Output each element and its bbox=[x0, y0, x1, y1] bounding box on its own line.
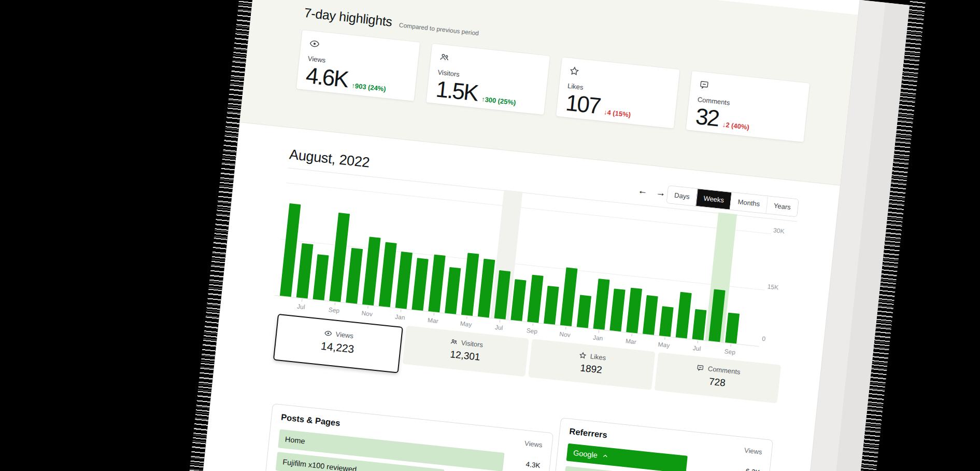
summary-tab-value: 14,223 bbox=[320, 340, 354, 356]
stat-value: 107 bbox=[564, 91, 601, 118]
chart-bar[interactable] bbox=[395, 252, 413, 309]
likes-highlight-card: Likes 107 ↓4 (15%) bbox=[556, 57, 680, 128]
chart-bar[interactable] bbox=[461, 253, 479, 316]
views-highlight-card: Views 4.6K ↑903 (24%) bbox=[296, 30, 420, 101]
x-axis-tick bbox=[532, 323, 533, 326]
referrers-title: Referrers bbox=[569, 426, 608, 440]
eye-icon bbox=[309, 38, 320, 49]
screenshot-viewport: 7-day highlights Compared to previous pe… bbox=[0, 0, 980, 471]
stat-value: 1.5K bbox=[435, 77, 479, 105]
chart-bar[interactable] bbox=[676, 292, 692, 339]
y-tick-30k: 30K bbox=[773, 227, 785, 235]
chart-bar[interactable] bbox=[346, 248, 363, 304]
previous-period-button[interactable]: ← bbox=[636, 184, 649, 197]
x-axis-label: Sep bbox=[526, 327, 538, 335]
referrer-label: Google bbox=[573, 444, 599, 464]
x-axis-label: Sep bbox=[328, 306, 340, 314]
x-axis-tick bbox=[401, 310, 402, 312]
comment-icon bbox=[696, 364, 704, 372]
stat-trend: ↓2 (40%) bbox=[722, 120, 749, 131]
x-axis-label: Jan bbox=[592, 334, 603, 342]
summary-tab-visitors[interactable]: Visitors 12,301 bbox=[402, 326, 529, 377]
stat-value: 4.6K bbox=[305, 63, 349, 91]
x-axis-tick bbox=[500, 320, 501, 323]
x-axis-label: May bbox=[460, 320, 472, 328]
x-axis-label: Jul bbox=[494, 324, 503, 332]
x-axis-label: Jan bbox=[394, 313, 405, 321]
chart-bar[interactable] bbox=[362, 237, 381, 306]
x-axis-tick bbox=[434, 313, 435, 315]
x-axis-label: Nov bbox=[559, 330, 571, 339]
x-axis-label: May bbox=[658, 341, 670, 349]
chart-bar[interactable] bbox=[692, 309, 707, 340]
post-views-value: 4.3K bbox=[525, 455, 541, 471]
chart-bar[interactable] bbox=[527, 275, 543, 323]
period-title: August, 2022 bbox=[289, 146, 371, 171]
tab-months[interactable]: Months bbox=[730, 192, 768, 213]
chart-bar[interactable] bbox=[609, 288, 625, 331]
chart-bar[interactable] bbox=[296, 243, 314, 299]
stat-value: 32 bbox=[694, 104, 720, 131]
comments-highlight-card: Comments 32 ↓2 (40%) bbox=[686, 71, 810, 142]
period-nav: ← → bbox=[636, 184, 667, 199]
x-axis-label: Sep bbox=[724, 348, 736, 356]
summary-tab-value: 12,301 bbox=[449, 349, 480, 363]
x-axis-label: Mar bbox=[427, 316, 438, 325]
stats-page: 7-day highlights Compared to previous pe… bbox=[197, 0, 910, 471]
next-period-button[interactable]: → bbox=[655, 186, 667, 199]
chart-bar[interactable] bbox=[428, 255, 445, 313]
x-axis-label: Mar bbox=[625, 337, 636, 345]
x-axis-tick bbox=[335, 302, 336, 305]
tab-years[interactable]: Years bbox=[765, 196, 798, 216]
chart-bar[interactable] bbox=[445, 267, 461, 314]
chart-bar[interactable] bbox=[593, 279, 610, 330]
tab-weeks[interactable]: Weeks bbox=[695, 189, 732, 210]
x-axis-tick bbox=[302, 299, 303, 301]
star-icon bbox=[578, 351, 587, 359]
referrer-views-value: 6.2K bbox=[745, 462, 761, 471]
stat-trend: ↑903 (24%) bbox=[351, 81, 387, 93]
summary-tab-likes[interactable]: Likes 1892 bbox=[528, 339, 655, 390]
y-tick-15k: 15K bbox=[767, 283, 779, 291]
views-column-header: Views bbox=[744, 446, 762, 456]
chart-bar[interactable] bbox=[379, 242, 397, 308]
summary-tab-label: Comments bbox=[707, 365, 741, 376]
chart-bar[interactable] bbox=[510, 279, 526, 321]
posts-pages-card: Posts & Pages Views Home 4.3K Fujifilm x… bbox=[259, 404, 553, 471]
x-axis-tick bbox=[367, 306, 368, 309]
x-axis-tick bbox=[565, 327, 566, 329]
y-tick-0: 0 bbox=[762, 335, 766, 343]
x-axis-label: Jul bbox=[692, 344, 701, 353]
stat-trend: ↓4 (15%) bbox=[603, 108, 631, 118]
x-axis-tick bbox=[599, 330, 600, 333]
summary-tab-label: Views bbox=[335, 330, 354, 340]
chart-bar[interactable] bbox=[626, 288, 642, 334]
summary-tab-label: Likes bbox=[590, 352, 606, 362]
summary-tab-value: 1892 bbox=[579, 362, 602, 376]
x-axis-tick bbox=[664, 337, 665, 340]
chart-bar[interactable] bbox=[577, 295, 591, 328]
x-axis-tick bbox=[631, 334, 632, 336]
chart-bar[interactable] bbox=[725, 313, 740, 344]
posts-pages-title: Posts & Pages bbox=[280, 412, 340, 428]
chart-bar[interactable] bbox=[313, 254, 329, 300]
chart-bar[interactable] bbox=[659, 306, 674, 337]
summary-tab-views[interactable]: Views 14,223 bbox=[273, 314, 403, 373]
eye-icon bbox=[324, 329, 332, 337]
chart-bar[interactable] bbox=[411, 258, 428, 311]
views-column-header: Views bbox=[524, 439, 543, 449]
chevron-up-icon[interactable] bbox=[602, 453, 608, 460]
chart-bar[interactable] bbox=[560, 267, 578, 326]
x-axis-tick bbox=[698, 341, 699, 343]
chart-bar[interactable] bbox=[643, 295, 658, 335]
visitors-highlight-card: Visitors 1.5K ↑300 (25%) bbox=[426, 44, 550, 115]
x-axis-label: Jul bbox=[297, 303, 306, 311]
referrers-card: Referrers Views Google 6.2K bbox=[545, 418, 773, 471]
stat-trend: ↑300 (25%) bbox=[481, 95, 516, 107]
x-axis-tick bbox=[730, 344, 731, 347]
people-icon bbox=[449, 338, 458, 346]
comment-icon bbox=[699, 79, 710, 90]
chart-bar[interactable] bbox=[544, 286, 559, 325]
tab-days[interactable]: Days bbox=[667, 186, 698, 206]
summary-tab-comments[interactable]: Comments 728 bbox=[654, 352, 781, 404]
